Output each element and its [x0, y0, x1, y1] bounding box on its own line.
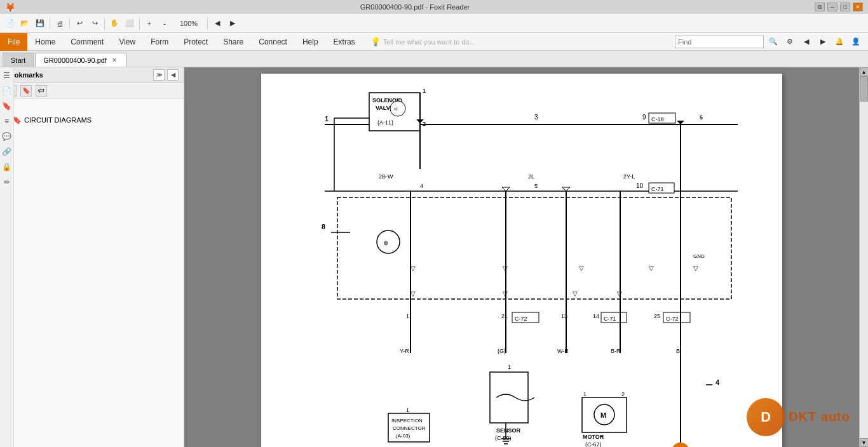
- sidebar-close-button[interactable]: ◀: [167, 69, 179, 81]
- menubar: File Home Comment View Form Protect Shar…: [0, 33, 868, 51]
- zoom-in-button[interactable]: +: [142, 17, 156, 30]
- watermark-logo: D DKT auto: [710, 393, 850, 441]
- svg-text:⌗: ⌗: [394, 105, 398, 112]
- sep3: [104, 18, 105, 29]
- zoom-level[interactable]: 100%: [173, 17, 205, 30]
- search-settings-button[interactable]: ⚙: [783, 35, 797, 49]
- sidebar-expand-button[interactable]: ≫: [153, 69, 165, 81]
- pen-icon[interactable]: ✏: [1, 177, 13, 188]
- layer-icon[interactable]: ≡: [1, 116, 13, 127]
- bookmark-icon[interactable]: 🔖: [1, 100, 13, 112]
- new-button[interactable]: 📄: [3, 17, 17, 30]
- zoom-out-button[interactable]: -: [158, 17, 172, 30]
- search-button[interactable]: 🔍: [766, 35, 780, 49]
- lock-icon[interactable]: 🔒: [1, 161, 13, 173]
- window-maximize-button[interactable]: □: [840, 3, 850, 11]
- scroll-track[interactable]: [860, 76, 868, 438]
- redo-button[interactable]: ↪: [88, 17, 102, 30]
- svg-text:1: 1: [406, 407, 409, 413]
- svg-text:▽: ▽: [579, 265, 584, 272]
- menu-help[interactable]: Help: [295, 33, 326, 51]
- search-next-button[interactable]: ▶: [816, 35, 830, 49]
- hand-tool-button[interactable]: ✋: [107, 17, 121, 30]
- menu-extras[interactable]: Extras: [326, 33, 363, 51]
- svg-text:C-18: C-18: [651, 116, 664, 123]
- svg-text:GND: GND: [693, 253, 705, 259]
- tab-start[interactable]: Start: [3, 53, 34, 67]
- search-input[interactable]: [675, 36, 764, 48]
- svg-text:(C-50): (C-50): [495, 435, 512, 441]
- attachment-icon[interactable]: 🔗: [1, 146, 13, 157]
- prev-page-button[interactable]: ◀: [210, 17, 224, 30]
- hand-tool-icon[interactable]: ☰: [1, 70, 13, 81]
- svg-text:C-72: C-72: [515, 316, 527, 322]
- menu-connect[interactable]: Connect: [251, 33, 295, 51]
- svg-point-41: [377, 230, 400, 253]
- scroll-up-button[interactable]: ▲: [860, 67, 869, 76]
- svg-text:2Y-L: 2Y-L: [623, 173, 635, 180]
- svg-rect-71: [490, 372, 528, 423]
- pdf-page: SOLENOID VALVE (A-11) ⌗ 1 2 1 3: [261, 74, 782, 447]
- svg-text:2: 2: [621, 391, 625, 397]
- pdf-viewer[interactable]: SOLENOID VALVE (A-11) ⌗ 1 2 1 3: [184, 67, 859, 447]
- dkt-text: DKT auto: [789, 410, 850, 424]
- page-icon[interactable]: 📄: [1, 85, 13, 97]
- svg-text:SENSOR: SENSOR: [496, 427, 521, 434]
- svg-text:1: 1: [583, 391, 587, 397]
- svg-text:(A-11): (A-11): [377, 119, 393, 126]
- tab-pdf-label: GR00000400-90.pdf: [43, 57, 107, 64]
- menu-view[interactable]: View: [111, 33, 143, 51]
- svg-text:1: 1: [325, 115, 329, 123]
- svg-text:(G): (G): [498, 348, 506, 354]
- bookmarks-tree: 📄 ▶ 🔖 CIRCUIT DIAGRAMS: [0, 99, 184, 130]
- svg-text:14: 14: [593, 313, 599, 319]
- menu-comment[interactable]: Comment: [63, 33, 111, 51]
- svg-text:2L: 2L: [528, 173, 534, 180]
- menu-form[interactable]: Form: [143, 33, 176, 51]
- bookmark-add2-button[interactable]: 🔖: [20, 85, 32, 97]
- titlebar-left: 🦊: [5, 3, 15, 12]
- svg-text:25: 25: [654, 313, 660, 319]
- notification-button[interactable]: 🔔: [832, 35, 846, 49]
- window-minimize-button[interactable]: ─: [827, 3, 837, 11]
- left-tool-strip: ☰ 📄 🔖 ≡ 💬 🔗 🔒 ✏: [0, 67, 14, 447]
- open-button[interactable]: 📂: [18, 17, 32, 30]
- undo-button[interactable]: ↩: [72, 17, 86, 30]
- annotation-icon[interactable]: 💬: [1, 131, 13, 142]
- window-restore-button[interactable]: ⧉: [815, 3, 825, 11]
- next-page-button[interactable]: ▶: [226, 17, 240, 30]
- svg-text:▽: ▽: [410, 265, 416, 272]
- svg-text:INSPECTION: INSPECTION: [391, 418, 423, 424]
- tab-pdf[interactable]: GR00000400-90.pdf ✕: [35, 53, 126, 67]
- menu-share[interactable]: Share: [215, 33, 251, 51]
- svg-text:▽: ▽: [693, 265, 698, 272]
- menu-protect[interactable]: Protect: [176, 33, 215, 51]
- search-prev-button[interactable]: ◀: [799, 35, 813, 49]
- tree-item-circuit-diagrams[interactable]: ▶ 🔖 CIRCUIT DIAGRAMS: [5, 114, 179, 126]
- scroll-down-button[interactable]: ▼: [860, 438, 869, 447]
- bookmark-tag-button[interactable]: 🏷: [36, 85, 47, 97]
- bookmark-toolbar: 🔖 🔖 🏷: [0, 83, 184, 99]
- svg-text:1: 1: [508, 364, 511, 370]
- select-button[interactable]: ⬜: [123, 17, 137, 30]
- svg-text:MOTOR: MOTOR: [583, 434, 604, 440]
- window-controls: ⧉ ─ □ ✕: [815, 3, 863, 11]
- account-button[interactable]: 👤: [849, 35, 863, 49]
- lightbulb-icon: 💡: [370, 37, 381, 46]
- scroll-thumb[interactable]: [860, 76, 868, 102]
- save-button[interactable]: 💾: [33, 17, 47, 30]
- print-button[interactable]: 🖨: [53, 17, 67, 30]
- svg-text:▽: ▽: [410, 290, 416, 297]
- svg-text:2B-W: 2B-W: [379, 173, 393, 180]
- svg-text:C-71: C-71: [651, 186, 664, 192]
- menu-file[interactable]: File: [0, 33, 27, 51]
- window-close-button[interactable]: ✕: [853, 3, 863, 11]
- tell-placeholder: Tell me what you want to do...: [383, 38, 475, 46]
- menu-home[interactable]: Home: [27, 33, 63, 51]
- svg-text:1: 1: [406, 313, 409, 319]
- svg-text:C-72: C-72: [666, 316, 679, 322]
- svg-text:▽: ▽: [649, 265, 654, 272]
- tab-pdf-close[interactable]: ✕: [111, 57, 118, 64]
- svg-text:W-R: W-R: [557, 348, 569, 354]
- svg-text:B-R: B-R: [611, 348, 621, 354]
